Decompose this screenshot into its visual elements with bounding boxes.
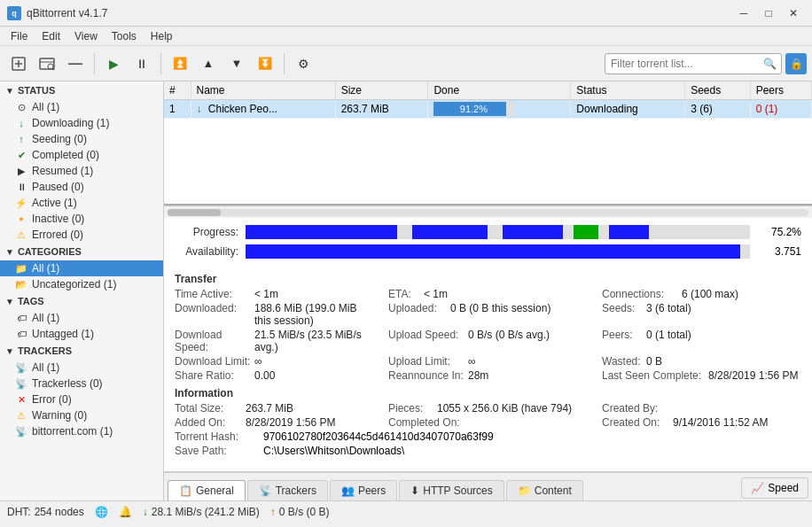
- pause-button[interactable]: ⏸: [129, 50, 155, 77]
- torrent-list[interactable]: # Name Size Done Status Seeds Peers 1 ↓: [164, 81, 812, 205]
- minimize-button[interactable]: ─: [732, 4, 755, 22]
- col-done[interactable]: Done: [428, 81, 571, 100]
- share-ratio-label: Share Ratio:: [175, 369, 254, 382]
- status-header-label: STATUS: [18, 85, 55, 96]
- sidebar-item-label: Completed (0): [32, 149, 99, 161]
- col-peers[interactable]: Peers: [750, 81, 811, 100]
- tags-chevron: ▼: [5, 297, 14, 306]
- sidebar-item-all-trackers[interactable]: 📡 All (1): [0, 360, 163, 376]
- categories-header-label: CATEGORIES: [18, 246, 82, 257]
- delete-button[interactable]: —: [62, 50, 89, 77]
- seeds-value: 3 (6 total): [646, 302, 691, 327]
- detail-progress: Progress:: [164, 218, 812, 267]
- sidebar-item-seeding[interactable]: ↑ Seeding (0): [0, 131, 163, 147]
- tracker-warning-icon: ⚠: [14, 410, 28, 422]
- sidebar-item-tracker-error[interactable]: ✕ Error (0): [0, 391, 163, 407]
- add-torrent-button[interactable]: [5, 50, 32, 77]
- peers-tab-icon: 👥: [341, 484, 355, 497]
- sidebar-item-label: Error (0): [32, 393, 72, 406]
- maximize-button[interactable]: □: [757, 4, 780, 22]
- ul-speed-status: 0 B/s (0 B): [279, 506, 330, 518]
- status-section-header[interactable]: ▼ STATUS: [0, 81, 163, 99]
- sidebar-item-downloading[interactable]: ↓ Downloading (1): [0, 115, 163, 131]
- table-row[interactable]: 1 ↓ Chicken Peo... 263.7 MiB 91.2%: [164, 100, 812, 119]
- dl-arrow-icon: ↓: [143, 506, 148, 518]
- cell-done: 91.2%: [428, 100, 571, 119]
- sidebar-item-completed[interactable]: ✔ Completed (0): [0, 147, 163, 163]
- created-on-label: Created On:: [602, 416, 673, 429]
- last-seen-pair: Last Seen Complete: 8/28/2019 1:56 PM: [602, 369, 801, 382]
- categories-section-header[interactable]: ▼ CATEGORIES: [0, 243, 163, 260]
- time-active-label: Time Active:: [175, 288, 254, 300]
- eta-value: < 1m: [424, 288, 448, 300]
- progress-text: 91.2%: [433, 102, 513, 116]
- sidebar-item-paused[interactable]: ⏸ Paused (0): [0, 179, 163, 195]
- resume-button[interactable]: ▶: [100, 50, 127, 77]
- completed-on-label: Completed On:: [388, 416, 468, 429]
- trackers-chevron: ▼: [5, 346, 14, 356]
- sidebar-item-all-status[interactable]: ⊙ All (1): [0, 99, 163, 115]
- menu-help[interactable]: Help: [144, 28, 180, 44]
- tab-general[interactable]: 📋 General: [168, 480, 246, 500]
- all-status-icon: ⊙: [14, 102, 28, 113]
- reannounce-label: Reannounce In:: [388, 369, 468, 382]
- col-size[interactable]: Size: [335, 81, 428, 100]
- uploaded-label: Uploaded:: [388, 302, 450, 327]
- paused-icon: ⏸: [14, 182, 28, 192]
- last-seen-value: 8/28/2019 1:56 PM: [708, 369, 798, 382]
- bittorrent-icon: 📡: [14, 426, 28, 438]
- move-down-button[interactable]: ▼: [223, 50, 250, 77]
- menu-file[interactable]: File: [4, 28, 35, 44]
- col-num[interactable]: #: [164, 81, 191, 100]
- tab-peers[interactable]: 👥 Peers: [330, 480, 397, 500]
- sidebar-item-errored[interactable]: ⚠ Errored (0): [0, 227, 163, 243]
- col-seeds[interactable]: Seeds: [685, 81, 751, 100]
- move-up-button[interactable]: ▲: [195, 50, 222, 77]
- sidebar-item-uncategorized[interactable]: 📂 Uncategorized (1): [0, 276, 163, 292]
- sidebar-item-trackerless[interactable]: 📡 Trackerless (0): [0, 376, 163, 391]
- sidebar-item-tracker-warning[interactable]: ⚠ Warning (0): [0, 407, 163, 423]
- hscroll-track[interactable]: [168, 209, 808, 216]
- sidebar-item-untagged[interactable]: 🏷 Untagged (1): [0, 326, 163, 342]
- search-icon: 🔍: [763, 58, 777, 70]
- speed-button[interactable]: 📈 Speed: [741, 477, 808, 499]
- cell-status: Downloading: [571, 100, 685, 119]
- move-top-button[interactable]: ⏫: [167, 50, 193, 77]
- uploaded-pair: Uploaded: 0 B (0 B this session): [388, 302, 588, 327]
- move-bottom-button[interactable]: ⏬: [252, 50, 278, 77]
- tags-section-header[interactable]: ▼ TAGS: [0, 292, 163, 310]
- reannounce-pair: Reannounce In: 28m: [388, 369, 588, 382]
- col-status[interactable]: Status: [571, 81, 685, 100]
- trackers-section-header[interactable]: ▼ TRACKERS: [0, 342, 163, 360]
- tab-http-sources[interactable]: ⬇ HTTP Sources: [399, 480, 504, 500]
- filter-input[interactable]: [605, 53, 782, 74]
- lock-icon: 🔒: [785, 53, 807, 74]
- hscroll-area[interactable]: [164, 205, 812, 218]
- sidebar-item-active[interactable]: ⚡ Active (1): [0, 195, 163, 211]
- sidebar-item-all-categories[interactable]: 📁 All (1): [0, 260, 163, 276]
- pieces-pair: Pieces: 1055 x 256.0 KiB (have 794): [388, 402, 588, 415]
- seeding-icon: ↑: [14, 134, 28, 144]
- sidebar-item-bittorrent[interactable]: 📡 bittorrent.com (1): [0, 423, 163, 439]
- sidebar-item-resumed[interactable]: ▶ Resumed (1): [0, 163, 163, 179]
- created-on-pair: Created On: 9/14/2016 11:52 AM: [602, 416, 801, 429]
- tab-content[interactable]: 📁 Content: [506, 480, 583, 500]
- col-name[interactable]: Name: [191, 81, 335, 100]
- settings-button[interactable]: ⚙: [290, 50, 316, 77]
- close-button[interactable]: ✕: [782, 4, 805, 22]
- sep1: [94, 53, 95, 74]
- menu-tools[interactable]: Tools: [105, 28, 144, 44]
- tab-trackers[interactable]: 📡 Trackers: [247, 480, 328, 500]
- hscroll-thumb[interactable]: [168, 209, 221, 216]
- menu-edit[interactable]: Edit: [35, 28, 67, 44]
- sidebar-item-inactive[interactable]: 🔸 Inactive (0): [0, 211, 163, 227]
- ul-limit-value: ∞: [468, 355, 476, 368]
- add-url-button[interactable]: [34, 50, 60, 77]
- ul-limit-pair: Upload Limit: ∞: [388, 355, 588, 368]
- sidebar-item-label: Inactive (0): [32, 213, 84, 225]
- sidebar-item-all-tags[interactable]: 🏷 All (1): [0, 310, 163, 326]
- window-controls: ─ □ ✕: [732, 4, 805, 22]
- menu-view[interactable]: View: [67, 28, 105, 44]
- dl-limit-pair: Download Limit: ∞: [175, 355, 374, 368]
- sidebar-item-label: Resumed (1): [32, 165, 93, 177]
